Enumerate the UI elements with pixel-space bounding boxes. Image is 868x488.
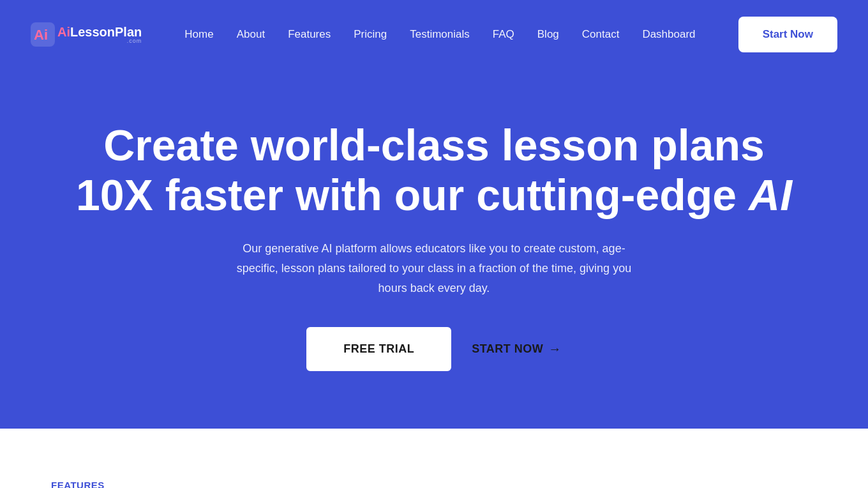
logo-dotcom: .com: [57, 38, 142, 44]
nav-link-contact[interactable]: Contact: [582, 28, 620, 40]
nav-item-features[interactable]: Features: [288, 28, 331, 41]
nav-link-blog[interactable]: Blog: [537, 28, 559, 40]
logo-brand: AiLessonPlan .com: [57, 26, 142, 44]
features-label: Features: [51, 480, 817, 488]
arrow-icon: →: [548, 342, 562, 356]
start-now-link-label: START NOW: [472, 342, 543, 356]
hero-title: Create world-class lesson plans 10X fast…: [31, 120, 837, 220]
logo: Ai AiLessonPlan .com: [31, 22, 142, 47]
features-section: Features Benefits of AI Lesson Plan: [0, 429, 868, 488]
nav-link-about[interactable]: About: [237, 28, 265, 40]
nav-item-blog[interactable]: Blog: [537, 28, 559, 41]
svg-text:Ai: Ai: [34, 27, 48, 43]
hero-buttons: FREE TRIAL START NOW →: [31, 327, 837, 371]
logo-icon: Ai: [31, 22, 55, 47]
nav-link-pricing[interactable]: Pricing: [354, 28, 387, 40]
nav-link-home[interactable]: Home: [184, 28, 213, 40]
free-trial-button[interactable]: FREE TRIAL: [306, 327, 451, 371]
logo-main-text: AiLessonPlan: [57, 26, 142, 38]
nav-links: Home About Features Pricing Testimonials…: [184, 28, 695, 41]
logo-lesson: LessonPlan: [70, 25, 142, 39]
nav-item-pricing[interactable]: Pricing: [354, 28, 387, 41]
nav-link-features[interactable]: Features: [288, 28, 331, 40]
hero-title-ai: AI: [749, 171, 792, 219]
nav-item-faq[interactable]: FAQ: [493, 28, 514, 41]
nav-item-dashboard[interactable]: Dashboard: [642, 28, 695, 41]
navbar: Ai AiLessonPlan .com Home About Features…: [0, 0, 868, 69]
nav-item-about[interactable]: About: [237, 28, 265, 41]
nav-item-home[interactable]: Home: [184, 28, 213, 41]
logo-ai: Ai: [57, 25, 70, 39]
nav-link-faq[interactable]: FAQ: [493, 28, 514, 40]
nav-link-dashboard[interactable]: Dashboard: [642, 28, 695, 40]
nav-item-testimonials[interactable]: Testimonials: [410, 28, 470, 41]
hero-section: Create world-class lesson plans 10X fast…: [0, 69, 868, 429]
start-now-link[interactable]: START NOW →: [472, 342, 562, 356]
nav-link-testimonials[interactable]: Testimonials: [410, 28, 470, 40]
hero-title-line1: Create world-class lesson plans: [103, 121, 765, 169]
hero-title-line2-prefix: 10X faster with our cutting-edge: [76, 171, 737, 219]
start-now-button[interactable]: Start Now: [738, 17, 837, 52]
hero-subtitle: Our generative AI platform allows educat…: [236, 239, 632, 298]
nav-item-contact[interactable]: Contact: [582, 28, 620, 41]
